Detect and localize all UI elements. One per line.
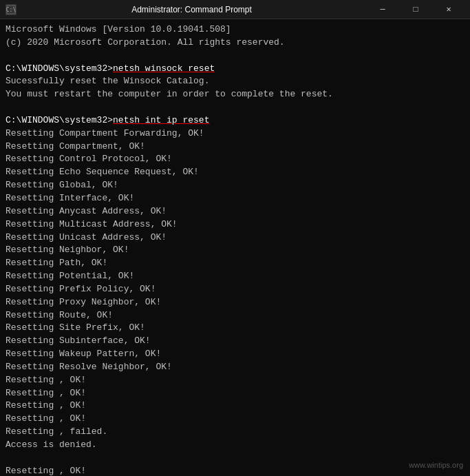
reset-line-13: Resetting Prefix Policy, OK! [6,283,464,296]
reset-line-2: Resetting Compartment, OK! [6,141,464,154]
reset-line-15: Resetting Route, OK! [6,309,464,322]
reset-line-21: Resetting , OK! [6,387,464,400]
reset-line-20: Resetting , OK! [6,374,464,387]
title-bar-buttons: — □ ✕ [367,0,464,19]
reset-line-23: Resetting , OK! [6,413,464,426]
svg-text:C:\: C:\ [6,7,16,13]
cmd2-line: C:\WINDOWS\system32>netsh int ip reset [6,114,464,127]
reset-line-16: Resetting Site Prefix, OK! [6,322,464,335]
cmd1-line: C:\WINDOWS\system32>netsh winsock reset [6,63,464,76]
reset-line-6: Resetting Interface, OK! [6,192,464,205]
reset-line-22: Resetting , OK! [6,400,464,413]
reset-line-1: Resetting Compartment Forwarding, OK! [6,127,464,141]
reset-blank2 [6,452,464,465]
title-bar-icon: C:\ [6,4,17,15]
reset-line-24: Resetting , OK! [6,465,464,476]
reset-line-17: Resetting Subinterface, OK! [6,335,464,348]
close-button[interactable]: ✕ [433,0,464,19]
reset-line-3: Resetting Control Protocol, OK! [6,153,464,166]
prompt1: C:\WINDOWS\system32> [6,63,113,74]
console-line-success2: You must restart the computer in order t… [6,88,464,101]
reset-line-14: Resetting Proxy Neighbor, OK! [6,296,464,309]
prompt2: C:\WINDOWS\system32> [6,115,113,125]
minimize-button[interactable]: — [367,0,398,19]
title-bar-text: Administrator: Command Prompt [21,5,363,14]
console-line-success1: Sucessfully reset the Winsock Catalog. [6,75,464,88]
reset-access-denied: Access is denied. [6,439,464,452]
maximize-button[interactable]: □ [400,0,431,19]
watermark: www.wintips.org [409,461,463,469]
reset-line-9: Resetting Unicast Address, OK! [6,231,464,245]
cmd2-text: netsh int ip reset [113,115,209,125]
console-blank1 [6,101,464,114]
reset-line-8: Resetting Multicast Address, OK! [6,218,464,231]
cmd1-text: netsh winsock reset [113,63,215,74]
reset-line-5: Resetting Global, OK! [6,179,464,192]
reset-line-19: Resetting Resolve Neighbor, OK! [6,361,464,374]
console-area: Microsoft Windows [Version 10.0.19041.50… [0,19,470,476]
reset-line-11: Resetting Path, OK! [6,257,464,270]
console-line-2: (c) 2020 Microsoft Corporation. All righ… [6,37,464,50]
reset-line-12: Resetting Potential, OK! [6,270,464,283]
reset-line-18: Resetting Wakeup Pattern, OK! [6,348,464,361]
title-bar: C:\ Administrator: Command Prompt — □ ✕ [0,0,470,19]
reset-line-failed: Resetting , failed. [6,426,464,439]
reset-line-4: Resetting Echo Sequence Request, OK! [6,166,464,179]
reset-line-10: Resetting Neighbor, OK! [6,244,464,257]
console-line-3 [6,50,464,63]
reset-line-7: Resetting Anycast Address, OK! [6,205,464,218]
console-line-1: Microsoft Windows [Version 10.0.19041.50… [6,23,464,37]
